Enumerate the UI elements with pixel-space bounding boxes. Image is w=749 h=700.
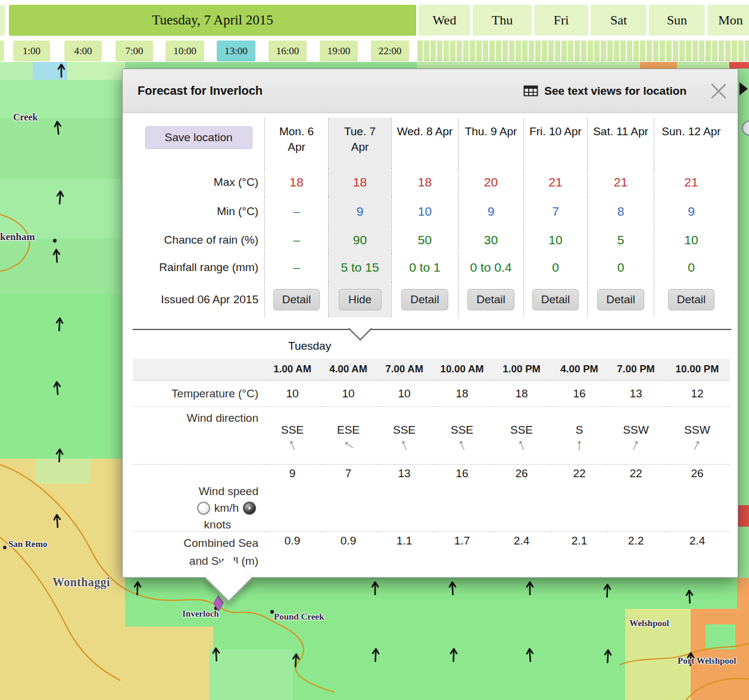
save-location-button[interactable]: Save location bbox=[145, 126, 252, 149]
time-tab-2200[interactable]: 22:00 bbox=[371, 41, 409, 61]
forecast-value: 21 bbox=[523, 168, 587, 197]
wind-arrow-icon: ↑ bbox=[690, 435, 704, 453]
wind-arrow-icon: ↑ bbox=[629, 435, 642, 453]
sea-swell-value: 1.7 bbox=[432, 532, 492, 573]
detail-button[interactable]: Detail bbox=[467, 289, 514, 310]
wind-direction-value: SSW↑ bbox=[664, 407, 730, 465]
text-views-label: See text views for location bbox=[544, 85, 686, 98]
forecast-value: 5 bbox=[587, 226, 654, 253]
forecast-row-label: Rainfall range (mm) bbox=[133, 253, 264, 282]
date-bar: Tuesday, 7 April 2015 WedThuFriSatSunMon bbox=[0, 5, 749, 36]
sea-swell-value: 2.2 bbox=[607, 532, 664, 573]
temperature-value: 18 bbox=[492, 381, 551, 407]
day-tab-sat[interactable]: Sat bbox=[591, 5, 647, 36]
hourly-time-header: 4.00 AM bbox=[320, 359, 376, 381]
wind-speed-value: 26 bbox=[664, 465, 730, 532]
forecast-button-cell: Detail bbox=[458, 282, 523, 318]
hide-button[interactable]: Hide bbox=[339, 289, 382, 310]
map-pan-right-icon[interactable] bbox=[739, 82, 748, 95]
close-icon[interactable] bbox=[709, 82, 728, 101]
sea-swell-row-label: Combined Sea and Swell (m) bbox=[133, 532, 264, 573]
temperature-value: 10 bbox=[320, 381, 376, 407]
map-label-wonthaggi: Wonthaggi bbox=[52, 575, 110, 589]
temperature-value: 10 bbox=[376, 381, 432, 407]
time-strip-next-day[interactable] bbox=[417, 41, 749, 61]
wind-arrow-icon: ↑ bbox=[339, 437, 357, 452]
wind-direction-value: SSE↑ bbox=[432, 407, 492, 465]
time-tab-700[interactable]: 7:00 bbox=[116, 41, 153, 61]
forecast-header-spacer: Save location bbox=[133, 118, 264, 168]
map-label-san-remo: San Remo bbox=[8, 539, 47, 549]
map-label-pakenham: kenham bbox=[0, 231, 35, 243]
day-tab-wed[interactable]: Wed bbox=[419, 5, 470, 36]
sea-swell-value: 2.4 bbox=[664, 532, 730, 573]
detail-button[interactable]: Detail bbox=[273, 289, 320, 310]
forecast-row-label: Min (°C) bbox=[133, 197, 264, 226]
detail-button[interactable]: Detail bbox=[597, 289, 644, 310]
wind-speed-value: 22 bbox=[607, 465, 664, 532]
forecast-value: 0 to 1 bbox=[391, 253, 458, 282]
wind-speed-value: 26 bbox=[492, 465, 551, 532]
text-views-link[interactable]: See text views for location bbox=[523, 85, 686, 98]
forecast-value: 21 bbox=[587, 168, 654, 197]
forecast-value: 9 bbox=[654, 197, 728, 226]
map-label-inverloch: Inverloch bbox=[182, 609, 219, 619]
time-tab-400[interactable]: 4:00 bbox=[64, 41, 102, 61]
forecast-value: 90 bbox=[328, 226, 391, 253]
forecast-value: 10 bbox=[654, 226, 728, 253]
wind-arrow-icon: ↑ bbox=[575, 437, 583, 452]
day-tab-thu[interactable]: Thu bbox=[473, 5, 532, 36]
day-tab-fri[interactable]: Fri bbox=[534, 5, 588, 36]
sea-swell-value: 2.1 bbox=[551, 532, 607, 573]
forecast-row-label: Max (°C) bbox=[133, 168, 264, 197]
forecast-button-cell: Detail bbox=[654, 282, 728, 318]
hourly-time-header: 1.00 AM bbox=[264, 359, 320, 381]
time-tab-100[interactable]: 1:00 bbox=[13, 41, 50, 61]
forecast-day-header: Sat. 11 Apr bbox=[587, 118, 654, 168]
wind-direction-value: SSE↑ bbox=[492, 407, 551, 465]
table-views-icon bbox=[523, 85, 538, 97]
temperature-value: 16 bbox=[551, 381, 607, 407]
hourly-time-header: 7.00 AM bbox=[376, 359, 432, 381]
time-tab-1300[interactable]: 13:00 bbox=[217, 41, 255, 61]
selected-date-tab[interactable]: Tuesday, 7 April 2015 bbox=[9, 5, 416, 36]
forecast-value: 20 bbox=[458, 168, 523, 197]
forecast-value: 50 bbox=[391, 226, 458, 253]
knots-radio[interactable] bbox=[243, 502, 256, 515]
time-tab-1900[interactable]: 19:00 bbox=[320, 41, 358, 61]
detail-button[interactable]: Detail bbox=[532, 289, 579, 310]
wind-speed-value: 9 bbox=[264, 465, 320, 532]
time-tab-1000[interactable]: 10:00 bbox=[166, 41, 204, 61]
wind-direction-value: ESE↑ bbox=[320, 407, 376, 465]
temperature-value: 10 bbox=[264, 381, 320, 407]
forecast-value: 10 bbox=[523, 226, 587, 253]
forecast-value: 7 bbox=[523, 197, 587, 226]
wind-direction-row-label: Wind direction bbox=[133, 407, 264, 465]
temperature-value: 18 bbox=[432, 381, 492, 407]
wind-speed-value: 7 bbox=[320, 465, 376, 532]
forecast-value: 0 bbox=[654, 253, 728, 282]
divider-line bbox=[133, 329, 731, 330]
day-tab-sun[interactable]: Sun bbox=[649, 5, 705, 36]
forecast-value: 10 bbox=[391, 197, 458, 226]
kmh-radio[interactable] bbox=[197, 502, 210, 515]
forecast-button-cell: Hide bbox=[328, 282, 391, 318]
hourly-header-spacer bbox=[133, 359, 264, 381]
detail-button[interactable]: Detail bbox=[401, 289, 448, 310]
wind-arrow-icon: ↑ bbox=[455, 435, 469, 453]
wind-speed-value: 22 bbox=[551, 465, 607, 532]
previous-time-tab-partial[interactable] bbox=[0, 41, 4, 61]
forecast-day-header: Tue. 7 Apr bbox=[328, 118, 391, 168]
detail-button[interactable]: Detail bbox=[668, 289, 715, 310]
sea-swell-value: 1.1 bbox=[376, 532, 432, 573]
previous-day-tab-partial[interactable] bbox=[0, 5, 5, 36]
forecast-button-cell: Detail bbox=[391, 282, 458, 318]
forecast-value: 9 bbox=[458, 197, 523, 226]
forecast-value: 0 bbox=[587, 253, 654, 282]
day-tab-mon[interactable]: Mon bbox=[707, 5, 749, 36]
forecast-day-header: Mon. 6 Apr bbox=[264, 118, 328, 168]
forecast-button-cell: Detail bbox=[523, 282, 587, 318]
time-tab-1600[interactable]: 16:00 bbox=[269, 41, 307, 61]
forecast-value: 0 to 0.4 bbox=[458, 253, 523, 282]
selected-day-notch bbox=[348, 317, 372, 341]
